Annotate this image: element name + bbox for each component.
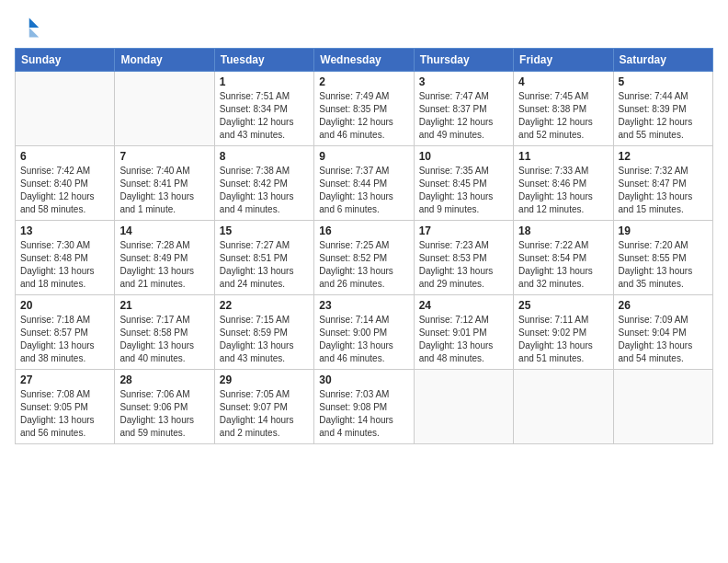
- svg-marker-1: [29, 28, 40, 38]
- calendar-cell: 9Sunrise: 7:37 AM Sunset: 8:44 PM Daylig…: [314, 146, 414, 221]
- day-info: Sunrise: 7:03 AM Sunset: 9:08 PM Dayligh…: [319, 388, 408, 440]
- day-number: 14: [119, 224, 209, 237]
- day-info: Sunrise: 7:44 AM Sunset: 8:39 PM Dayligh…: [619, 90, 708, 142]
- calendar-cell: 4Sunrise: 7:45 AM Sunset: 8:38 PM Daylig…: [514, 72, 613, 146]
- calendar-cell: 19Sunrise: 7:20 AM Sunset: 8:55 PM Dayli…: [613, 221, 712, 295]
- day-info: Sunrise: 7:47 AM Sunset: 8:37 PM Dayligh…: [419, 90, 508, 142]
- calendar-cell: [115, 72, 214, 146]
- day-info: Sunrise: 7:14 AM Sunset: 9:00 PM Dayligh…: [319, 314, 408, 365]
- calendar-cell: 24Sunrise: 7:12 AM Sunset: 9:01 PM Dayli…: [414, 295, 513, 370]
- weekday-header-friday: Friday: [514, 49, 613, 72]
- day-info: Sunrise: 7:25 AM Sunset: 8:52 PM Dayligh…: [319, 239, 408, 291]
- calendar-cell: 22Sunrise: 7:15 AM Sunset: 8:59 PM Dayli…: [214, 295, 313, 370]
- day-info: Sunrise: 7:33 AM Sunset: 8:46 PM Dayligh…: [518, 165, 608, 216]
- calendar-cell: 30Sunrise: 7:03 AM Sunset: 9:08 PM Dayli…: [314, 370, 414, 444]
- day-info: Sunrise: 7:09 AM Sunset: 9:04 PM Dayligh…: [619, 314, 708, 365]
- weekday-header-thursday: Thursday: [414, 49, 513, 72]
- day-info: Sunrise: 7:11 AM Sunset: 9:02 PM Dayligh…: [518, 314, 608, 365]
- calendar-cell: [16, 72, 115, 146]
- day-info: Sunrise: 7:30 AM Sunset: 8:48 PM Dayligh…: [20, 239, 109, 291]
- day-number: 30: [319, 373, 408, 386]
- calendar-cell: 1Sunrise: 7:51 AM Sunset: 8:34 PM Daylig…: [214, 72, 313, 146]
- calendar-cell: 5Sunrise: 7:44 AM Sunset: 8:39 PM Daylig…: [613, 72, 712, 146]
- day-number: 25: [518, 299, 608, 312]
- day-number: 1: [220, 75, 309, 88]
- calendar-week-1: 6Sunrise: 7:42 AM Sunset: 8:40 PM Daylig…: [16, 146, 713, 221]
- day-info: Sunrise: 7:35 AM Sunset: 8:45 PM Dayligh…: [419, 165, 508, 216]
- calendar-table: SundayMondayTuesdayWednesdayThursdayFrid…: [15, 48, 713, 444]
- day-info: Sunrise: 7:18 AM Sunset: 8:57 PM Dayligh…: [20, 314, 109, 365]
- calendar-cell: 23Sunrise: 7:14 AM Sunset: 9:00 PM Dayli…: [314, 295, 414, 370]
- weekday-header-tuesday: Tuesday: [214, 49, 313, 72]
- calendar-cell: [514, 370, 613, 444]
- day-number: 8: [220, 150, 309, 163]
- calendar-cell: 15Sunrise: 7:27 AM Sunset: 8:51 PM Dayli…: [214, 221, 313, 295]
- day-number: 17: [419, 224, 508, 237]
- day-info: Sunrise: 7:20 AM Sunset: 8:55 PM Dayligh…: [619, 239, 708, 291]
- day-info: Sunrise: 7:49 AM Sunset: 8:35 PM Dayligh…: [319, 90, 408, 142]
- day-number: 10: [419, 150, 508, 163]
- weekday-header-saturday: Saturday: [613, 49, 712, 72]
- day-info: Sunrise: 7:45 AM Sunset: 8:38 PM Dayligh…: [518, 90, 608, 142]
- calendar-cell: 12Sunrise: 7:32 AM Sunset: 8:47 PM Dayli…: [613, 146, 712, 221]
- day-info: Sunrise: 7:51 AM Sunset: 8:34 PM Dayligh…: [220, 90, 309, 142]
- calendar-cell: [414, 370, 513, 444]
- svg-marker-0: [29, 18, 40, 29]
- page-header: [15, 15, 713, 40]
- calendar-cell: 26Sunrise: 7:09 AM Sunset: 9:04 PM Dayli…: [613, 295, 712, 370]
- day-number: 24: [419, 299, 508, 312]
- calendar-cell: 16Sunrise: 7:25 AM Sunset: 8:52 PM Dayli…: [314, 221, 414, 295]
- day-number: 12: [619, 150, 708, 163]
- calendar-cell: 20Sunrise: 7:18 AM Sunset: 8:57 PM Dayli…: [16, 295, 115, 370]
- day-number: 5: [619, 75, 708, 88]
- day-info: Sunrise: 7:12 AM Sunset: 9:01 PM Dayligh…: [419, 314, 508, 365]
- calendar-week-4: 27Sunrise: 7:08 AM Sunset: 9:05 PM Dayli…: [16, 370, 713, 444]
- logo-icon: [15, 15, 40, 40]
- calendar-week-2: 13Sunrise: 7:30 AM Sunset: 8:48 PM Dayli…: [16, 221, 713, 295]
- day-number: 6: [20, 150, 109, 163]
- day-number: 28: [119, 373, 209, 386]
- day-number: 21: [119, 299, 209, 312]
- calendar-cell: [613, 370, 712, 444]
- calendar-week-3: 20Sunrise: 7:18 AM Sunset: 8:57 PM Dayli…: [16, 295, 713, 370]
- calendar-cell: 10Sunrise: 7:35 AM Sunset: 8:45 PM Dayli…: [414, 146, 513, 221]
- day-number: 27: [20, 373, 109, 386]
- day-info: Sunrise: 7:06 AM Sunset: 9:06 PM Dayligh…: [119, 388, 209, 440]
- weekday-header-sunday: Sunday: [16, 49, 115, 72]
- day-number: 4: [518, 75, 608, 88]
- calendar-cell: 7Sunrise: 7:40 AM Sunset: 8:41 PM Daylig…: [115, 146, 214, 221]
- day-number: 9: [319, 150, 408, 163]
- day-number: 2: [319, 75, 408, 88]
- calendar-week-0: 1Sunrise: 7:51 AM Sunset: 8:34 PM Daylig…: [16, 72, 713, 146]
- day-info: Sunrise: 7:32 AM Sunset: 8:47 PM Dayligh…: [619, 165, 708, 216]
- day-number: 15: [220, 224, 309, 237]
- day-info: Sunrise: 7:23 AM Sunset: 8:53 PM Dayligh…: [419, 239, 508, 291]
- calendar-cell: 27Sunrise: 7:08 AM Sunset: 9:05 PM Dayli…: [16, 370, 115, 444]
- day-number: 18: [518, 224, 608, 237]
- day-info: Sunrise: 7:17 AM Sunset: 8:58 PM Dayligh…: [119, 314, 209, 365]
- calendar-cell: 21Sunrise: 7:17 AM Sunset: 8:58 PM Dayli…: [115, 295, 214, 370]
- weekday-header-row: SundayMondayTuesdayWednesdayThursdayFrid…: [16, 49, 713, 72]
- day-number: 23: [319, 299, 408, 312]
- day-info: Sunrise: 7:08 AM Sunset: 9:05 PM Dayligh…: [20, 388, 109, 440]
- calendar-cell: 25Sunrise: 7:11 AM Sunset: 9:02 PM Dayli…: [514, 295, 613, 370]
- calendar-cell: 2Sunrise: 7:49 AM Sunset: 8:35 PM Daylig…: [314, 72, 414, 146]
- calendar-cell: 11Sunrise: 7:33 AM Sunset: 8:46 PM Dayli…: [514, 146, 613, 221]
- calendar-cell: 6Sunrise: 7:42 AM Sunset: 8:40 PM Daylig…: [16, 146, 115, 221]
- day-number: 22: [220, 299, 309, 312]
- calendar-cell: 17Sunrise: 7:23 AM Sunset: 8:53 PM Dayli…: [414, 221, 513, 295]
- day-number: 3: [419, 75, 508, 88]
- day-info: Sunrise: 7:40 AM Sunset: 8:41 PM Dayligh…: [119, 165, 209, 216]
- day-number: 7: [119, 150, 209, 163]
- weekday-header-wednesday: Wednesday: [314, 49, 414, 72]
- day-number: 20: [20, 299, 109, 312]
- day-number: 16: [319, 224, 408, 237]
- day-number: 29: [220, 373, 309, 386]
- day-number: 19: [619, 224, 708, 237]
- calendar-cell: 29Sunrise: 7:05 AM Sunset: 9:07 PM Dayli…: [214, 370, 313, 444]
- calendar-cell: 13Sunrise: 7:30 AM Sunset: 8:48 PM Dayli…: [16, 221, 115, 295]
- logo: [15, 15, 44, 40]
- calendar-cell: 28Sunrise: 7:06 AM Sunset: 9:06 PM Dayli…: [115, 370, 214, 444]
- day-info: Sunrise: 7:05 AM Sunset: 9:07 PM Dayligh…: [220, 388, 309, 440]
- day-info: Sunrise: 7:15 AM Sunset: 8:59 PM Dayligh…: [220, 314, 309, 365]
